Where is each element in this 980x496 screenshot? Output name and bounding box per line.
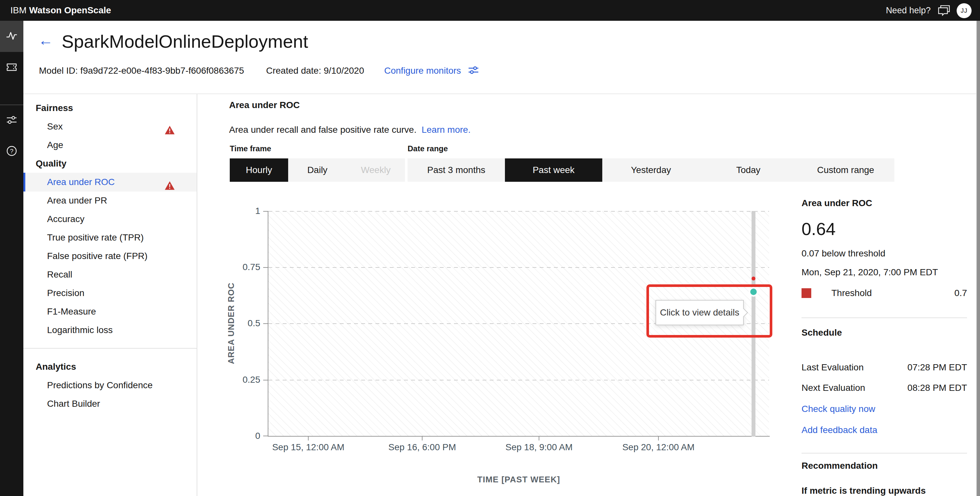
gridline: [268, 380, 769, 380]
nav-item-label: F1-Measure: [47, 306, 96, 316]
nav-item-fpr[interactable]: False positive rate (FPR): [23, 247, 197, 266]
nav-item-predictions-by-confidence[interactable]: Predictions by Confidence: [23, 376, 197, 395]
need-help-link[interactable]: Need help?: [886, 0, 931, 21]
rail-item-monitors[interactable]: [0, 21, 23, 52]
nav-item-label: Recall: [47, 270, 72, 279]
date-range-custom-range-button[interactable]: Custom range: [797, 158, 894, 182]
nav-item-label: Sex: [47, 121, 63, 131]
back-button[interactable]: ←: [38, 30, 53, 51]
x-tick-label: Sep 18, 9:00 AM: [490, 441, 588, 454]
selected-time-bar[interactable]: [752, 211, 756, 437]
help-icon: ?: [5, 144, 18, 160]
configure-monitors-link[interactable]: Configure monitors: [384, 64, 479, 78]
nav-item-label: Area under ROC: [47, 177, 115, 187]
threshold-legend-value: 0.7: [802, 287, 967, 300]
panel-divider: [802, 453, 967, 453]
nav-item-f1-measure[interactable]: F1-Measure: [23, 302, 197, 321]
y-tick: [263, 267, 268, 268]
x-tick: [658, 437, 659, 440]
metric-title: Area under ROC: [229, 98, 300, 112]
chart-tooltip[interactable]: Click to view details: [655, 300, 744, 325]
nav-item-label: Precision: [47, 288, 84, 298]
nav-item-precision[interactable]: Precision: [23, 284, 197, 303]
y-axis-line: [268, 211, 268, 437]
x-axis-line: [268, 436, 770, 437]
learn-more-link[interactable]: Learn more.: [422, 124, 471, 135]
threshold-point: [752, 277, 756, 281]
panel-divider: [802, 317, 967, 318]
nav-item-label: Age: [47, 140, 63, 150]
time-frame-group: Hourly Daily Weekly: [230, 158, 405, 182]
date-range-yesterday-button[interactable]: Yesterday: [602, 158, 700, 182]
x-tick: [308, 437, 309, 440]
nav-heading-analytics: Analytics: [36, 357, 76, 376]
nav-item-age[interactable]: Age: [23, 136, 197, 155]
nav-heading-fairness: Fairness: [36, 99, 73, 118]
nav-item-label: Logarithmic loss: [47, 325, 113, 335]
sliders-icon: [5, 113, 18, 129]
nav-item-chart-builder[interactable]: Chart Builder: [23, 394, 197, 413]
configure-monitors-label: Configure monitors: [384, 65, 461, 76]
x-tick: [539, 437, 539, 440]
add-feedback-data-link[interactable]: Add feedback data: [802, 422, 877, 438]
x-tick: [422, 437, 423, 440]
time-frame-daily-button[interactable]: Daily: [288, 158, 347, 182]
x-tick-label: Sep 20, 12:00 AM: [610, 441, 707, 454]
rail-item-help[interactable]: ?: [0, 136, 23, 167]
metrics-sidebar: Fairness Sex Age Quality Area under ROC …: [23, 94, 197, 496]
nav-item-tpr[interactable]: True positive rate (TPR): [23, 228, 197, 247]
y-tick: [263, 211, 268, 212]
nav-item-label: Chart Builder: [47, 399, 100, 409]
left-rail: ?: [0, 21, 23, 496]
x-tick-label: Sep 16, 6:00 PM: [374, 441, 471, 454]
app-brand: IBMWatson OpenScale: [10, 0, 111, 21]
time-frame-hourly-button[interactable]: Hourly: [230, 158, 288, 182]
chat-icon[interactable]: [938, 5, 950, 18]
rail-item-support[interactable]: [0, 52, 23, 83]
recommendation-title: Recommendation: [802, 458, 878, 474]
rail-item-settings[interactable]: [0, 105, 23, 136]
page-title: SparkModelOnlineDeployment: [62, 31, 308, 52]
y-tick-label: 0.25: [224, 373, 260, 386]
y-tick-label: 1: [224, 204, 260, 217]
check-quality-now-link[interactable]: Check quality now: [802, 401, 875, 417]
nav-item-area-under-pr[interactable]: Area under PR: [23, 191, 197, 210]
metric-description-text: Area under recall and false positive rat…: [229, 124, 416, 135]
gridline: [268, 211, 769, 212]
y-tick-label: 0.75: [224, 261, 260, 274]
nav-item-label: True positive rate (TPR): [47, 233, 144, 242]
created-date-label: Created date: 9/10/2020: [266, 64, 364, 78]
activity-pulse-icon: [5, 29, 18, 44]
recommendation-subtitle: If metric is trending upwards: [802, 483, 926, 496]
panel-metric-value: 0.64: [802, 217, 835, 241]
nav-item-accuracy[interactable]: Accuracy: [23, 210, 197, 228]
ticket-icon: [5, 60, 18, 75]
avatar[interactable]: JJ: [957, 3, 972, 18]
nav-item-label: Accuracy: [47, 214, 84, 224]
nav-item-label: Predictions by Confidence: [47, 380, 153, 390]
nav-item-logarithmic-loss[interactable]: Logarithmic loss: [23, 321, 197, 340]
date-range-label: Date range: [407, 142, 448, 155]
time-frame-weekly-button: Weekly: [347, 158, 405, 182]
nav-item-label: Area under PR: [47, 195, 107, 206]
configure-sliders-icon: [468, 65, 479, 79]
nav-item-sex[interactable]: Sex: [23, 117, 197, 136]
y-tick-label: 0: [224, 429, 260, 442]
time-frame-label: Time frame: [230, 142, 271, 155]
panel-metric-title: Area under ROC: [802, 197, 872, 210]
metric-description: Area under recall and false positive rat…: [229, 123, 471, 136]
x-axis-title: TIME [PAST WEEK]: [268, 475, 769, 485]
schedule-row-value: 08:28 PM EDT: [802, 380, 967, 396]
nav-item-recall[interactable]: Recall: [23, 265, 197, 284]
y-tick: [263, 380, 268, 380]
brand-name: Watson OpenScale: [29, 5, 111, 15]
top-bar: IBMWatson OpenScale Need help? JJ: [0, 0, 980, 21]
date-range-today-button[interactable]: Today: [700, 158, 797, 182]
schedule-row-value: 07:28 PM EDT: [802, 359, 967, 376]
date-range-past-week-button[interactable]: Past week: [505, 158, 602, 182]
svg-text:?: ?: [10, 148, 14, 155]
nav-item-area-under-roc[interactable]: Area under ROC: [23, 173, 197, 191]
vertical-scrollbar[interactable]: [976, 21, 980, 496]
panel-delta-text: 0.07 below threshold: [802, 247, 885, 260]
date-range-past-3-months-button[interactable]: Past 3 months: [407, 158, 505, 182]
